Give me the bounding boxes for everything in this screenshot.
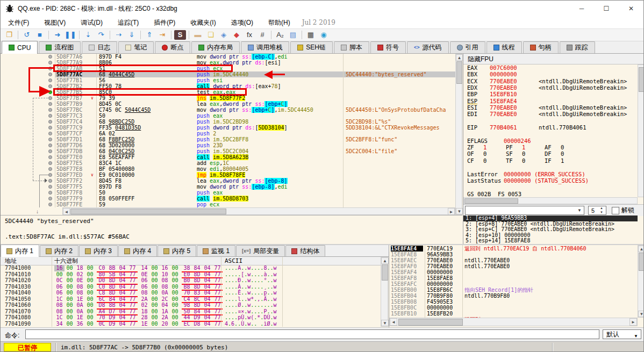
disasm-row[interactable]: 5D8F77E8BF 05400080mov edi,80004005 [1, 166, 455, 172]
instruction-dot[interactable] [48, 161, 52, 165]
register-line[interactable]: EDX770EABE0<ntdll.DbgUiRemoteBreakin> [463, 84, 638, 91]
dump-row[interactable]: 770410501C001E006C8404772A002C00C48C0477… [1, 296, 381, 303]
label-icon[interactable]: ◈ [218, 30, 230, 40]
flag-ZF[interactable]: ZF1 [467, 144, 506, 150]
disassembly-vscrollbar[interactable]: ▲ ▼ [455, 54, 462, 215]
flag-SF[interactable]: SF0 [506, 150, 545, 157]
dump-tab-内存 3[interactable]: 内存 3 [79, 245, 118, 256]
registers-vscrollbar[interactable] [638, 64, 644, 197]
dump-row[interactable]: 7704101000000200805B04770E001000E08D0477… [1, 271, 381, 278]
instruction-dot[interactable] [48, 96, 52, 100]
disasm-row[interactable]: 5D8F77AC68 4044C45Dpush im.5DC444405DC44… [1, 71, 455, 77]
dump-tab-局部变量[interactable]: [x=]局部变量 [236, 245, 285, 256]
flag-OF[interactable]: OF0 [467, 150, 506, 157]
instruction-dot[interactable] [48, 138, 52, 141]
dump-vscrollbar[interactable]: ▲ ▼ [381, 257, 388, 327]
flag-CF[interactable]: CF0 [467, 157, 506, 164]
flag-DF[interactable]: DF0 [545, 150, 583, 157]
disasm-row[interactable]: 5D8F77B156push esi [1, 77, 455, 83]
disasm-row[interactable]: 5D8F77F850push eax [1, 190, 455, 196]
instruction-dot[interactable] [48, 185, 52, 189]
instruction-dot[interactable] [48, 61, 52, 64]
tab-线程[interactable]: 线程 [486, 41, 522, 53]
close-button[interactable]: ✕ [619, 1, 643, 17]
register-line[interactable]: EAX007C6000 [463, 64, 638, 71]
instruction-dot[interactable] [48, 149, 52, 153]
unlock-checkbox[interactable] [612, 207, 619, 214]
flag-AF[interactable]: AF0 [545, 144, 583, 150]
menu-item-插件(P)[interactable]: 插件(P) [146, 18, 183, 27]
step-over-icon[interactable]: ↷ [95, 30, 107, 40]
maximize-button[interactable]: ☐ [594, 1, 619, 17]
stack-row[interactable]: 15E8FAE896A59BB3 [389, 252, 638, 257]
stop-icon[interactable]: ■ [34, 30, 46, 40]
disasm-row[interactable]: 5D8F77DB68 04C0C25Dpush im.5DC2C0045DC2C… [1, 148, 455, 154]
run-icon[interactable]: ➜ [52, 30, 63, 40]
disassembly-hscrollbar[interactable]: ◄ ► [62, 207, 455, 215]
stack-vscrollbar[interactable]: ▲ ▼ [638, 245, 644, 318]
instruction-dot[interactable] [48, 197, 52, 200]
instruction-dot[interactable] [48, 73, 52, 76]
command-input[interactable] [25, 329, 599, 339]
disasm-row[interactable]: 5D8F77B7∨79 39jns im.5D8F77F2 [1, 95, 455, 101]
patch-icon[interactable]: ▬ [192, 30, 204, 40]
stack-row[interactable]: 15E8FAE4770EAC19返回到 ntdll.770EAC19 自 ntd… [389, 246, 638, 252]
stack-row[interactable]: 15E8FB08F45905E3 [389, 299, 638, 305]
argument-row[interactable]: 1: [esp+4] 96A59BB3 [463, 215, 638, 221]
register-line[interactable]: EDI770EABE0<ntdll.DbgUiRemoteBreakin> [463, 111, 638, 117]
dump-row[interactable]: 77041090340036000CD904771E002000ECD80477… [1, 321, 381, 327]
tab-内存布局[interactable]: 内存布局 [191, 41, 240, 53]
dump-tab-内存 4[interactable]: 内存 4 [118, 245, 157, 256]
instruction-dot[interactable] [48, 143, 52, 147]
disasm-row[interactable]: 5D8F77F5897D F8mov dword ptr ss:[ebp-8],… [1, 184, 455, 190]
minimize-button[interactable]: ─ [569, 1, 594, 17]
function-icon[interactable]: fx [244, 30, 255, 40]
tab-日志[interactable]: 日志 [82, 41, 117, 53]
modules-icon[interactable]: ▤ [287, 30, 299, 40]
assemble-icon[interactable]: A₂ [274, 30, 286, 40]
instruction-dot[interactable] [48, 78, 52, 82]
dump-tab-内存 5[interactable]: 内存 5 [158, 245, 196, 256]
flag-TF[interactable]: TF0 [506, 157, 545, 164]
argument-row[interactable]: 5: [esp+14] 15E8FAE8 [463, 238, 638, 244]
stack-row[interactable]: 15E8FB1015E8FB20 [389, 311, 638, 317]
flag-IF[interactable]: IF1 [545, 157, 583, 164]
menu-item-帮助(H)[interactable]: 帮助(H) [261, 18, 298, 27]
pause-icon[interactable]: ❚❚ [65, 30, 76, 40]
dump-tab-结构体[interactable]: 结构体 [285, 245, 325, 256]
stack-row[interactable]: 15E8FAF400000000 [389, 269, 638, 275]
open-file-icon[interactable]: ❐ [3, 30, 15, 40]
register-line[interactable]: EIP770B4061ntdll.770B4061 [463, 124, 638, 131]
dump-tab-监视 1[interactable]: 监视 1 [197, 245, 235, 256]
tab-跟踪[interactable]: 跟踪 [560, 41, 595, 53]
instruction-dot[interactable] [48, 108, 52, 112]
tab-笔记[interactable]: 笔记 [118, 41, 154, 53]
tab-SEH链[interactable]: SEH链 [290, 41, 333, 53]
stack-hscrollbar[interactable]: ◄ ► [389, 318, 638, 326]
run-to-user-code-icon[interactable]: ⇥ [156, 30, 168, 40]
dump-tab-内存 1[interactable]: 内存 1 [1, 245, 39, 257]
settings-globe-icon[interactable]: ◉ [318, 30, 330, 40]
stack-row[interactable]: 15E8FAF0770EABE0ntdll.770EABE0 [389, 263, 638, 269]
comment-icon[interactable]: ❏ [205, 30, 217, 40]
tab-源代码[interactable]: <>源代码 [407, 41, 449, 53]
calling-convention-select[interactable]: 默认 (stdcall) ▼ [465, 206, 584, 215]
stack-row[interactable]: 15E8FB04770B9F80ntdll.770B9F80 [389, 293, 638, 299]
instruction-dot[interactable] [48, 114, 52, 118]
register-line[interactable]: EBX00000000 [463, 71, 638, 77]
calculator-icon[interactable]: ▦ [305, 30, 317, 40]
disasm-row[interactable]: 5D8F77BCC745 0C 5044C45Dmov dword ptr ss… [1, 107, 455, 113]
disasm-row[interactable]: 5D8F77D668 3D020000push 23D [1, 142, 455, 148]
registers-hscrollbar[interactable] [463, 197, 638, 204]
instruction-dot[interactable] [48, 120, 52, 124]
tab-CPU[interactable]: CPU [2, 41, 38, 54]
menu-item-文件(F)[interactable]: 文件(F) [1, 18, 37, 27]
execute-till-return-icon[interactable]: ⇓ [126, 30, 138, 40]
bookmark-icon[interactable]: ◆ [231, 30, 242, 40]
instruction-dot[interactable] [48, 191, 52, 195]
seh-badge-icon[interactable]: S [174, 30, 186, 40]
tab-断点[interactable]: 断点 [155, 41, 190, 53]
disasm-row[interactable]: 5D8F77CF6A 02push 2 [1, 131, 455, 137]
dump-row[interactable]: 7704100016001800C08B04771400160038840477… [1, 265, 381, 271]
stack-row[interactable]: 15E8FB0C00000000 [389, 305, 638, 311]
